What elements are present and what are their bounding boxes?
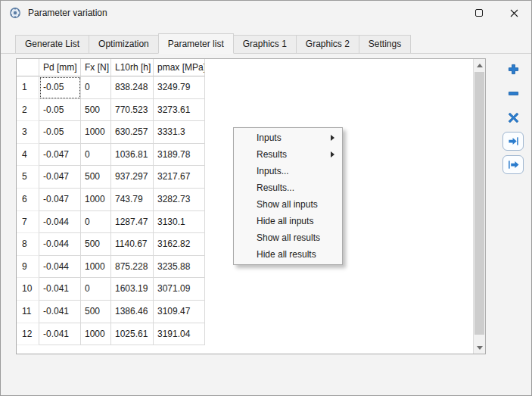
scrollbar-thumb[interactable] xyxy=(474,72,484,335)
table-row: 10-0.04101603.193071.09 xyxy=(17,278,473,301)
table-cell[interactable]: -0.047 xyxy=(39,166,81,189)
menu-item-show-all-results[interactable]: Show all results xyxy=(234,229,342,246)
scroll-up-icon[interactable] xyxy=(474,59,485,71)
menu-item-hide-all-inputs[interactable]: Hide all inputs xyxy=(234,213,342,229)
table-cell[interactable]: -0.05 xyxy=(39,121,81,144)
add-icon xyxy=(508,64,519,75)
close-button[interactable] xyxy=(496,1,531,25)
tab-optimization[interactable]: Optimization xyxy=(89,35,159,53)
table-cell[interactable]: -0.041 xyxy=(39,323,81,346)
table-cell[interactable]: 3189.78 xyxy=(154,144,205,167)
table-cell[interactable]: 3282.73 xyxy=(154,189,205,211)
table-cell[interactable]: 3162.82 xyxy=(154,233,205,256)
row-number[interactable]: 12 xyxy=(17,323,39,346)
table-cell[interactable]: 0 xyxy=(81,278,111,301)
table-cell[interactable]: 1000 xyxy=(81,189,111,211)
move-out-button[interactable] xyxy=(502,155,524,174)
maximize-icon xyxy=(475,9,483,17)
tab-graphics-2[interactable]: Graphics 2 xyxy=(296,35,359,53)
app-icon xyxy=(9,7,21,19)
table-cell[interactable]: 770.523 xyxy=(111,99,154,122)
table-cell[interactable]: 1036.81 xyxy=(111,144,154,167)
table-cell[interactable]: 875.228 xyxy=(111,256,154,279)
table-cell[interactable]: -0.05 xyxy=(39,76,81,99)
row-number[interactable]: 2 xyxy=(17,99,39,122)
table-cell[interactable]: 3071.09 xyxy=(154,278,205,301)
table-cell[interactable]: -0.041 xyxy=(39,301,81,323)
table-cell[interactable]: 3249.79 xyxy=(154,76,205,99)
table-cell[interactable]: -0.047 xyxy=(39,144,81,167)
footer: 1/1 Calculate Report Close xyxy=(1,361,531,395)
menu-item-show-all-inputs[interactable]: Show all inputs xyxy=(234,196,342,213)
tab-parameter-list[interactable]: Parameter list xyxy=(158,33,234,54)
row-number[interactable]: 9 xyxy=(17,256,39,279)
tab-settings[interactable]: Settings xyxy=(359,35,411,53)
row-number[interactable]: 5 xyxy=(17,166,39,189)
table-cell[interactable]: 630.257 xyxy=(111,121,154,144)
column-header[interactable]: Fx [N] xyxy=(81,59,111,76)
table-cell[interactable]: 3273.61 xyxy=(154,99,205,122)
table-cell[interactable]: 3331.3 xyxy=(154,121,205,144)
add-row-button[interactable] xyxy=(502,59,524,79)
titlebar[interactable]: Parameter variation xyxy=(1,1,531,27)
row-number[interactable]: 3 xyxy=(17,121,39,144)
table-cell[interactable]: 0 xyxy=(81,144,111,167)
table-cell[interactable]: -0.041 xyxy=(39,278,81,301)
table-cell[interactable]: 0 xyxy=(81,76,111,99)
table-cell[interactable]: 3191.04 xyxy=(154,323,205,346)
menu-item-inputs-dialog[interactable]: Inputs... xyxy=(234,163,342,179)
table-cell[interactable]: 500 xyxy=(81,301,111,323)
submenu-arrow-icon xyxy=(331,151,334,157)
table-cell[interactable]: 937.297 xyxy=(111,166,154,189)
move-in-button[interactable] xyxy=(502,132,524,151)
table-cell[interactable]: 1025.61 xyxy=(111,323,154,346)
row-number[interactable]: 11 xyxy=(17,301,39,323)
table-cell[interactable]: 838.248 xyxy=(111,76,154,99)
table-cell[interactable]: 1000 xyxy=(81,256,111,279)
column-header[interactable]: Pd [mm] xyxy=(39,59,81,76)
maximize-button[interactable] xyxy=(462,1,496,25)
scroll-down-icon[interactable] xyxy=(474,341,485,354)
table-cell[interactable]: 3217.67 xyxy=(154,166,205,189)
row-number[interactable]: 8 xyxy=(17,233,39,256)
row-number[interactable]: 7 xyxy=(17,211,39,234)
table-cell[interactable]: 0 xyxy=(81,211,111,234)
column-header[interactable]: pmax [MPa] xyxy=(154,59,205,76)
table-cell[interactable]: 500 xyxy=(81,166,111,189)
move-out-icon xyxy=(508,159,519,170)
table-cell[interactable]: 1287.47 xyxy=(111,211,154,234)
row-number[interactable]: 4 xyxy=(17,144,39,167)
table-cell[interactable]: 500 xyxy=(81,233,111,256)
table-cell[interactable]: -0.044 xyxy=(39,211,81,234)
menu-item-results-submenu[interactable]: Results xyxy=(234,146,342,163)
tab-graphics-1[interactable]: Graphics 1 xyxy=(233,35,297,53)
table-cell[interactable]: 3109.47 xyxy=(154,301,205,323)
delete-all-button[interactable] xyxy=(502,108,524,127)
table-cell[interactable]: 743.79 xyxy=(111,189,154,211)
table-cell[interactable]: 1000 xyxy=(81,121,111,144)
remove-row-button[interactable] xyxy=(502,83,524,103)
side-toolbar xyxy=(502,59,525,179)
table-row: 11-0.0415001386.463109.47 xyxy=(17,301,473,323)
row-number[interactable]: 1 xyxy=(17,76,39,99)
table-cell[interactable]: -0.044 xyxy=(39,233,81,256)
menu-item-hide-all-results[interactable]: Hide all results xyxy=(234,246,342,263)
table-cell[interactable]: 1140.67 xyxy=(111,233,154,256)
table-cell[interactable]: 1000 xyxy=(81,323,111,346)
vertical-scrollbar[interactable] xyxy=(473,59,485,354)
table-cell[interactable]: 3130.1 xyxy=(154,211,205,234)
table-cell[interactable]: -0.05 xyxy=(39,99,81,122)
menu-item-inputs-submenu[interactable]: Inputs xyxy=(234,129,342,146)
table-cell[interactable]: -0.047 xyxy=(39,189,81,211)
table-cell[interactable]: 1386.46 xyxy=(111,301,154,323)
table-cell[interactable]: 500 xyxy=(81,99,111,122)
close-icon xyxy=(510,9,518,17)
row-number[interactable]: 10 xyxy=(17,278,39,301)
table-cell[interactable]: 3235.88 xyxy=(154,256,205,279)
tab-generate-list[interactable]: Generate List xyxy=(15,35,89,53)
table-cell[interactable]: -0.044 xyxy=(39,256,81,279)
table-cell[interactable]: 1603.19 xyxy=(111,278,154,301)
column-header[interactable]: L10rh [h] xyxy=(111,59,154,76)
row-number[interactable]: 6 xyxy=(17,189,39,211)
menu-item-results-dialog[interactable]: Results... xyxy=(234,179,342,196)
